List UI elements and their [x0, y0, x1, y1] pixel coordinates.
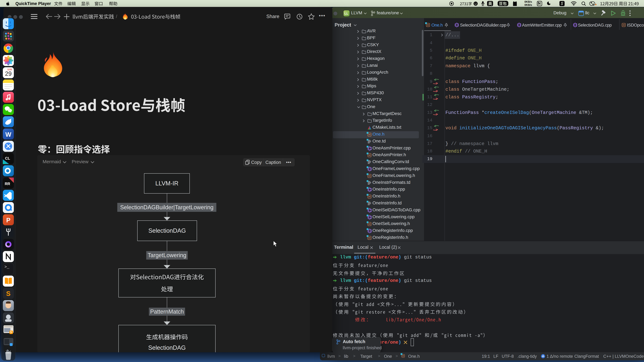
- svg-text:CL: CL: [5, 156, 10, 160]
- svg-text:LL: LL: [344, 12, 348, 15]
- svg-text:RR: RR: [5, 182, 10, 186]
